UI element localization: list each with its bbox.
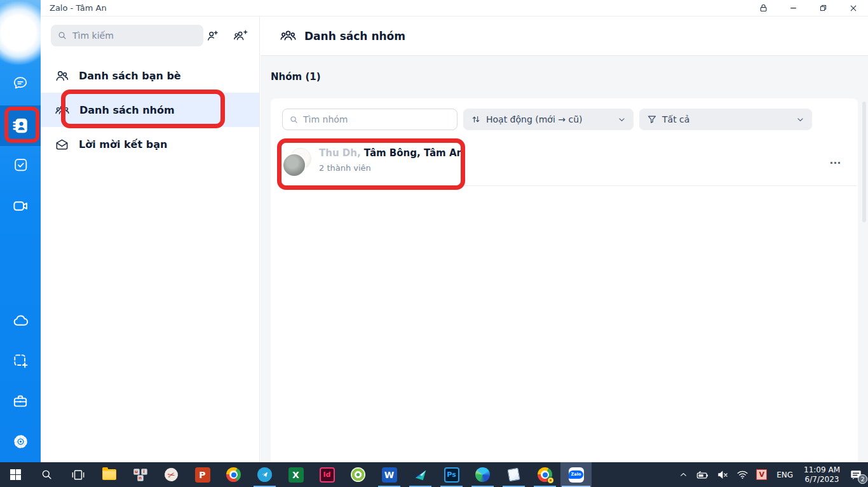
photoshop-button[interactable]: Ps	[436, 462, 467, 487]
more-options-button[interactable]	[828, 159, 843, 166]
start-button[interactable]	[0, 462, 31, 487]
wifi-status[interactable]	[733, 462, 752, 487]
restore-icon	[819, 4, 827, 12]
wifi-icon	[736, 469, 749, 480]
briefcase-icon	[12, 393, 29, 410]
group-search-box[interactable]	[282, 109, 458, 130]
tray-expand-button[interactable]	[675, 462, 692, 487]
bird-app-button[interactable]	[405, 462, 436, 487]
bird-app-icon	[414, 468, 428, 482]
unikey-icon: u i n	[133, 468, 148, 482]
group-avatar	[282, 148, 311, 177]
menu-item-group-list[interactable]: Danh sách nhóm	[41, 93, 259, 127]
groups-icon	[55, 103, 70, 117]
menu-item-label: Lời mời kết bạn	[79, 138, 167, 150]
lock-button[interactable]	[749, 0, 778, 16]
rail-item-cloud[interactable]	[0, 300, 41, 341]
funnel-icon	[647, 114, 657, 124]
excel-icon: X	[288, 467, 304, 483]
excel-button[interactable]: X	[280, 462, 311, 487]
battery-icon	[696, 469, 709, 481]
rail-item-toolkit[interactable]	[0, 381, 41, 422]
powerpoint-icon: P	[195, 467, 210, 483]
tray-date: 6/7/2023	[804, 475, 840, 484]
rail-item-todo[interactable]	[0, 144, 41, 185]
group-search-input[interactable]	[303, 114, 443, 124]
minimize-button[interactable]	[778, 0, 808, 16]
add-group-button[interactable]	[231, 27, 250, 44]
unikey-button[interactable]: u i n	[125, 462, 156, 487]
file-explorer-button[interactable]	[93, 462, 125, 487]
add-friend-button[interactable]	[204, 27, 221, 44]
zalo-icon: Zalo	[569, 467, 584, 483]
battery-status[interactable]	[692, 462, 713, 487]
contacts-book-icon	[11, 116, 30, 135]
chevron-down-icon	[796, 116, 804, 124]
group-member-count: 2 thành viên	[319, 163, 463, 173]
envelope-icon	[55, 137, 69, 152]
chrome-icon	[226, 467, 241, 482]
photoshop-icon: Ps	[444, 467, 459, 483]
taskbar-clock[interactable]: 11:09 AM 6/7/2023	[799, 462, 845, 487]
rail-item-video-call[interactable]	[0, 185, 41, 226]
search-input[interactable]	[72, 30, 187, 41]
coc-coc-icon	[351, 467, 365, 482]
word-button[interactable]: W	[374, 462, 405, 487]
contacts-panel: Danh sách bạn bè Danh sách nhóm Lời mời …	[41, 17, 260, 462]
file-explorer-icon	[102, 469, 116, 480]
group-row[interactable]: Thu Dh, Tâm Bông, Tâm An 2 thành viên	[282, 139, 857, 186]
telegram-button[interactable]	[249, 462, 280, 487]
sort-dropdown[interactable]: Hoạt động (mới → cũ)	[463, 109, 634, 130]
search-icon	[57, 30, 67, 41]
menu-item-friend-requests[interactable]: Lời mời kết bạn	[41, 127, 259, 161]
language-indicator[interactable]: ENG	[771, 462, 799, 487]
scrollbar-thumb[interactable]	[862, 102, 866, 222]
search-icon	[41, 469, 53, 481]
group-name: Thu Dh, Tâm Bông, Tâm An	[319, 147, 463, 159]
edge-icon	[475, 467, 490, 482]
sort-label: Hoạt động (mới → cũ)	[486, 114, 583, 124]
menu-item-label: Danh sách bạn bè	[79, 70, 181, 82]
filter-dropdown[interactable]: Tất cả	[639, 109, 812, 130]
main-header: Danh sách nhóm	[261, 17, 868, 56]
chat-icon	[12, 75, 29, 91]
word-icon: W	[382, 467, 397, 483]
indesign-icon: Id	[320, 467, 335, 483]
powerpoint-button[interactable]: P	[187, 462, 218, 487]
menu-item-label: Danh sách nhóm	[79, 104, 175, 116]
rail-item-chat[interactable]	[0, 63, 41, 103]
restore-button[interactable]	[808, 0, 838, 16]
search-icon	[289, 115, 299, 124]
user-avatar[interactable]	[0, 1, 51, 65]
notepad-button[interactable]	[498, 462, 529, 487]
action-center-button[interactable]: 2	[845, 462, 867, 487]
page-title: Danh sách nhóm	[304, 30, 405, 43]
app-rail	[0, 0, 41, 462]
volume-muted-status[interactable]	[713, 462, 733, 487]
menu-item-friend-list[interactable]: Danh sách bạn bè	[41, 58, 259, 93]
zalo-button[interactable]: Zalo	[560, 462, 592, 487]
rail-item-settings[interactable]	[0, 421, 41, 462]
coc-coc-button[interactable]	[342, 462, 374, 487]
unikey-tray-toggle[interactable]: V	[752, 462, 771, 487]
indesign-button[interactable]: Id	[311, 462, 342, 487]
group-count-label: Nhóm (1)	[271, 71, 321, 83]
snipping-tool-button[interactable]: ✂	[156, 462, 187, 487]
chrome-profile-button[interactable]	[529, 462, 560, 487]
chevron-up-icon	[679, 470, 688, 479]
close-icon	[849, 4, 858, 13]
edge-button[interactable]	[467, 462, 498, 487]
unikey-v-icon: V	[756, 469, 767, 480]
groups-header-icon	[280, 28, 297, 44]
notification-badge: 2	[858, 474, 867, 484]
rail-item-contacts[interactable]	[0, 105, 41, 146]
group-list-card: Hoạt động (mới → cũ) Tất cả	[271, 98, 858, 462]
task-view-button[interactable]	[62, 462, 93, 487]
cloud-icon	[12, 312, 29, 330]
close-button[interactable]	[838, 0, 868, 16]
taskbar-search-button[interactable]	[31, 462, 62, 487]
rail-item-screen-capture[interactable]	[0, 340, 41, 381]
search-box[interactable]	[51, 25, 203, 46]
contacts-menu: Danh sách bạn bè Danh sách nhóm Lời mời …	[41, 58, 259, 161]
chrome-button[interactable]	[218, 462, 249, 487]
